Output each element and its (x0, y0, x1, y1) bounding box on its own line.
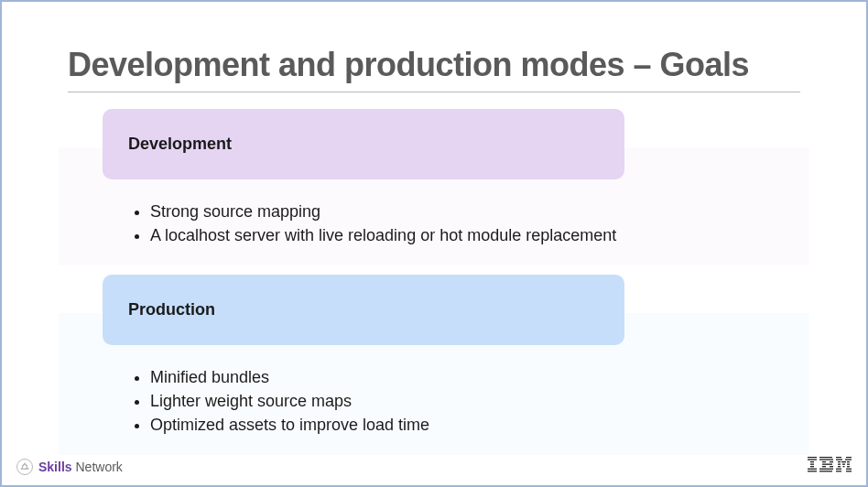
svg-rect-31 (847, 464, 850, 465)
svg-rect-13 (819, 457, 832, 458)
svg-rect-27 (841, 461, 846, 462)
skills-network-icon (16, 459, 33, 475)
svg-rect-29 (838, 464, 841, 465)
production-heading: Production (103, 275, 624, 345)
svg-rect-15 (822, 461, 826, 462)
development-bullets: Strong source mapping A localhost server… (68, 179, 800, 256)
svg-rect-10 (810, 466, 814, 467)
svg-rect-35 (836, 469, 841, 470)
svg-point-2 (27, 468, 29, 470)
svg-rect-30 (842, 464, 845, 465)
svg-rect-8 (810, 461, 814, 462)
slide-title: Development and production modes – Goals (68, 46, 800, 92)
svg-rect-14 (819, 459, 833, 460)
svg-rect-11 (808, 469, 817, 470)
list-item: Optimized assets to improve load time (150, 413, 800, 437)
svg-point-0 (24, 462, 26, 464)
ibm-logo (808, 457, 852, 476)
skills-network-logo: Skills Network (16, 459, 123, 475)
slide-footer: Skills Network (2, 455, 866, 478)
svg-rect-18 (822, 466, 826, 467)
svg-rect-17 (822, 464, 832, 465)
development-heading: Development (103, 109, 624, 179)
production-section: Production Minified bundles Lighter weig… (68, 275, 800, 446)
svg-rect-28 (847, 461, 850, 462)
svg-line-4 (25, 463, 28, 469)
svg-rect-7 (808, 459, 817, 460)
svg-rect-36 (846, 469, 852, 470)
list-item: Strong source mapping (150, 200, 800, 223)
svg-rect-26 (838, 461, 841, 462)
svg-rect-38 (846, 471, 852, 471)
svg-rect-9 (810, 464, 814, 465)
list-item: Lighter weight source maps (150, 389, 800, 413)
list-item: Minified bundles (150, 365, 800, 389)
svg-point-1 (21, 468, 23, 470)
svg-rect-23 (846, 457, 852, 458)
list-item: A localhost server with live reloading o… (150, 223, 800, 247)
svg-rect-37 (836, 471, 841, 471)
development-section: Development Strong source mapping A loca… (68, 109, 800, 256)
svg-rect-25 (845, 459, 852, 460)
svg-line-3 (22, 463, 26, 469)
skills-text-normal: Network (72, 460, 123, 474)
skills-text: Skills Network (38, 460, 123, 474)
production-bullets: Minified bundles Lighter weight source m… (68, 345, 800, 446)
svg-rect-22 (836, 457, 841, 458)
svg-rect-21 (819, 471, 832, 471)
svg-rect-19 (830, 466, 833, 467)
svg-rect-20 (819, 469, 833, 470)
svg-rect-16 (830, 461, 833, 462)
skills-text-bold: Skills (38, 460, 72, 474)
svg-rect-34 (847, 466, 850, 467)
svg-rect-24 (836, 459, 842, 460)
svg-rect-6 (808, 457, 817, 458)
slide-content: Development and production modes – Goals… (2, 2, 866, 446)
svg-rect-33 (843, 466, 845, 467)
svg-rect-32 (838, 466, 841, 467)
svg-rect-12 (808, 471, 817, 471)
